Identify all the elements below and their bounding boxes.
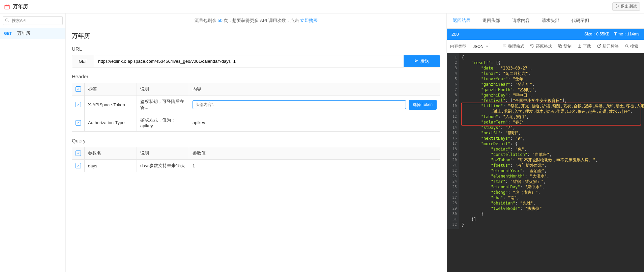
col-desc: 说明	[137, 83, 189, 96]
col-tag: 标签	[85, 83, 137, 96]
col-content: 内容	[189, 83, 440, 96]
header-desc: 鉴权私钥，可登陆后在管...	[137, 96, 189, 114]
svg-rect-2	[6, 4, 6, 5]
download-button[interactable]: 下载	[575, 43, 593, 50]
svg-rect-3	[8, 4, 8, 5]
tab-response-header[interactable]: 返回头部	[476, 13, 506, 28]
tab-request-header[interactable]: 请求头部	[536, 13, 565, 28]
http-method: GET	[72, 55, 94, 67]
restore-button[interactable]: 还原格式	[528, 43, 554, 50]
api-name: 万年历	[17, 30, 30, 36]
svg-line-6	[8, 21, 8, 22]
json-editor[interactable]: 1234567891011121314151617181920212223242…	[447, 53, 644, 272]
header-tag: X-APISpace-Token	[85, 96, 137, 114]
api-list-item[interactable]: GET 万年历	[0, 28, 65, 39]
search-api-input[interactable]	[3, 16, 63, 25]
result-tabs: 返回结果 返回头部 请求内容 请求头部 代码示例	[447, 13, 644, 29]
header-table: ✓ 标签 说明 内容 ✓ X-APISpace-Token 鉴权私钥，可登陆后在…	[72, 83, 440, 132]
download-icon	[578, 44, 582, 49]
svg-line-14	[627, 47, 628, 47]
copy-button[interactable]: 复制	[556, 43, 574, 50]
format-button[interactable]: 整理格式	[500, 43, 527, 50]
query-value: 1	[189, 160, 440, 172]
checkbox[interactable]: ✓	[76, 163, 81, 168]
search-icon	[625, 44, 629, 49]
tab-code-sample[interactable]: 代码示例	[565, 13, 595, 28]
line-gutter: 1234567891011121314151617181920212223242…	[447, 53, 459, 229]
tab-request-body[interactable]: 请求内容	[506, 13, 536, 28]
checkbox-all-query[interactable]: ✓	[76, 151, 81, 156]
restore-icon	[530, 44, 534, 49]
svg-rect-1	[5, 5, 9, 6]
header-section-label: Header	[72, 74, 440, 79]
copy-icon	[558, 44, 562, 49]
url-section-label: URL	[72, 46, 440, 52]
content-type-label: 内容类型	[450, 44, 466, 49]
svg-point-13	[625, 45, 628, 47]
col-value: 参数值	[189, 147, 440, 160]
calendar-icon	[4, 4, 10, 10]
header-desc: 鉴权方式，值为：apikey	[137, 114, 189, 132]
query-desc: days参数支持未来15天	[137, 160, 189, 172]
app-title: 万年历	[13, 3, 28, 10]
result-toolbar: 内容类型 JSON ▼ 整理格式 还原格式 复制 下载	[447, 40, 644, 53]
topbar: 万年历 退出测试	[0, 0, 644, 13]
buy-link[interactable]: 立即购买	[300, 18, 318, 23]
response-time: Time：114ms	[614, 31, 639, 37]
svg-rect-10	[560, 46, 562, 48]
send-button[interactable]: 发送	[404, 55, 440, 67]
query-row: ✓ days days参数支持未来15天 1	[72, 160, 440, 172]
header-row: ✓ X-APISpace-Token 鉴权私钥，可登陆后在管... 选择 Tok…	[72, 96, 440, 114]
send-icon	[414, 59, 418, 64]
svg-line-12	[599, 45, 601, 47]
header-value: apikey	[189, 114, 440, 132]
status-bar: 200 Size：0.55KB Time：114ms	[447, 29, 644, 40]
format-icon	[503, 44, 507, 49]
main-panel: 流量包剩余 50 次，想要获得更多 API 调用次数，点击 立即购买 万年历 U…	[66, 13, 446, 272]
result-panel: 返回结果 返回头部 请求内容 请求头部 代码示例 200 Size：0.55KB…	[446, 13, 644, 272]
quota-notice: 流量包剩余 50 次，想要获得更多 API 调用次数，点击 立即购买	[72, 13, 440, 28]
checkbox[interactable]: ✓	[76, 120, 81, 126]
col-name: 参数名	[85, 147, 137, 160]
newtab-button[interactable]: 新开标签	[595, 43, 621, 50]
query-table: ✓ 参数名 说明 参数值 ✓ days days参数支持未来15天 1	[72, 147, 440, 172]
sidebar: GET 万年历	[0, 13, 66, 272]
checkbox-all-headers[interactable]: ✓	[76, 86, 81, 92]
api-method: GET	[4, 31, 12, 35]
checkbox[interactable]: ✓	[76, 102, 81, 107]
svg-point-5	[5, 19, 8, 21]
status-code: 200	[451, 32, 459, 37]
header-row: ✓ Authorization-Type 鉴权方式，值为：apikey apik…	[72, 114, 440, 132]
url-input[interactable]	[94, 55, 404, 67]
query-name: days	[85, 160, 137, 172]
external-icon	[597, 44, 601, 49]
content-type-select[interactable]: JSON	[470, 43, 490, 50]
col-desc: 说明	[137, 147, 189, 160]
search-icon	[5, 18, 9, 23]
code-content: { "result": [{ "date": "2023-03-27", "lu…	[459, 53, 644, 229]
query-section-label: Query	[72, 138, 440, 143]
select-token-button[interactable]: 选择 Token	[409, 100, 437, 110]
exit-icon	[615, 4, 619, 9]
page-title: 万年历	[72, 32, 440, 40]
header-value-input[interactable]	[193, 100, 406, 109]
search-button[interactable]: 搜索	[622, 43, 641, 50]
response-size: Size：0.55KB	[584, 31, 610, 37]
tab-result[interactable]: 返回结果	[447, 13, 476, 28]
exit-button[interactable]: 退出测试	[612, 2, 640, 11]
header-tag: Authorization-Type	[85, 114, 137, 132]
